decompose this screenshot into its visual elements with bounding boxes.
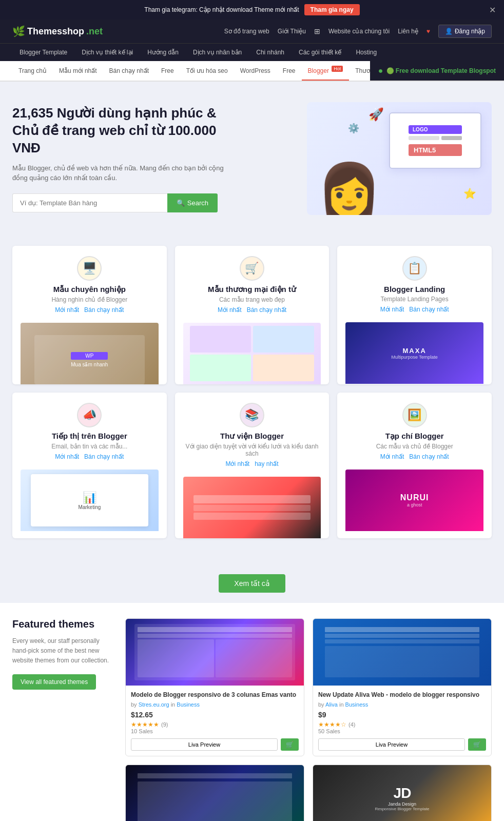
theme-card-janda: JD Janda Design Responsive Blogger Templ…: [313, 765, 492, 821]
preview-button-0[interactable]: Liva Preview: [131, 738, 278, 751]
main-nav: Blogger Template Dịch vụ thiết kế lại Hư…: [0, 43, 504, 61]
grid-icon: ⊞: [314, 27, 320, 35]
nav-sitemap[interactable]: Sơ đồ trang web: [224, 28, 269, 35]
preview-button-1[interactable]: Liva Preview: [318, 738, 465, 751]
cat-link-bestseller-5[interactable]: Bán chạy nhất: [409, 453, 449, 460]
category-card-marketing: 📣 Tiếp thị trên Blogger Email, bản tin v…: [12, 393, 167, 538]
hot-badge: Hot: [332, 66, 343, 72]
view-all-button[interactable]: Xem tất cả: [219, 574, 285, 593]
cat-icon-marketing: 📣: [77, 403, 102, 427]
subnav-blogger[interactable]: Blogger Hot: [302, 61, 350, 81]
theme-footer-1: Liva Preview 🛒: [318, 738, 486, 751]
hero-rocket-icon: 🚀: [369, 107, 384, 122]
subnav-bestseller[interactable]: Bán chạy nhất: [103, 62, 155, 80]
hero-screen-mockup: LOGO HTML5: [389, 112, 481, 169]
cat-image-ecommerce: [183, 323, 321, 384]
close-icon[interactable]: ✕: [489, 5, 496, 15]
subnav-wordpress[interactable]: WordPress: [234, 62, 277, 80]
header-nav: Sơ đồ trang web Giới Thiệu ⊞ Website của…: [224, 25, 492, 38]
nav-affiliate[interactable]: Chi nhánh: [249, 44, 292, 61]
sub-nav: Trang chủ Mẫu mới nhất Bán chạy nhất Fre…: [0, 61, 504, 82]
nav-contact[interactable]: Liên hệ: [398, 28, 418, 35]
cat-icon-library: 📚: [240, 403, 264, 427]
cat-links-1: Mới nhất Bán chạy nhất: [218, 306, 286, 314]
cat-link-bestseller-0[interactable]: Bán chạy nhất: [84, 306, 124, 314]
theme-price-1: $9: [318, 711, 486, 719]
nav-hosting[interactable]: Hosting: [348, 44, 384, 61]
subnav-free2[interactable]: Free: [277, 62, 302, 80]
nav-blogger-template[interactable]: Blogger Template: [12, 44, 74, 61]
green-dot-icon: ●: [378, 66, 383, 75]
subnav-home[interactable]: Trang chủ: [12, 62, 53, 80]
cat-image-landing: MAXA Multipurpose Template: [345, 322, 483, 384]
theme-image-janda: JD Janda Design Responsive Blogger Templ…: [313, 765, 491, 821]
cat-icon-professional: 🖥️: [77, 256, 102, 281]
logo[interactable]: 🌿 Themesshop .net: [12, 25, 103, 37]
cat-link-newest-5[interactable]: Mới nhất: [380, 453, 404, 460]
nav-redesign[interactable]: Dịch vụ thiết kế lại: [74, 44, 140, 61]
logo-leaf-icon: 🌿: [12, 25, 25, 37]
cat-links-5: Mới nhất Bán chạy nhất: [380, 453, 449, 460]
cat-link-newest-1[interactable]: Mới nhất: [218, 306, 242, 314]
hero-title: 21,635 Người dùng hạnh phúc & Chủ đề tra…: [12, 105, 228, 157]
cat-title-3: Tiếp thị trên Blogger: [52, 432, 127, 441]
free-download-button[interactable]: ● 🟢 Free download Template Blogspot: [370, 61, 504, 81]
nav-website[interactable]: Website của chúng tôi: [328, 28, 390, 35]
cat-subtitle-3: Email, bản tin và các mẫu...: [51, 443, 127, 450]
cat-link-newest-3[interactable]: Mới nhất: [55, 453, 79, 460]
view-featured-button[interactable]: View all featured themes: [12, 674, 96, 690]
cat-links-0: Mới nhất Bán chạy nhất: [55, 306, 124, 314]
cat-link-bestseller-4[interactable]: hay nhất: [255, 460, 278, 467]
featured-section: Featured themes Every week, our staff pe…: [0, 603, 504, 821]
search-input[interactable]: [12, 193, 167, 212]
theme-stars-0: ★★★★★ (9): [131, 721, 299, 728]
hero-star-icon: ⭐: [463, 187, 476, 200]
cat-image-professional: WP Mua sắm nhanh: [21, 323, 159, 384]
main-header: 🌿 Themesshop .net Sơ đồ trang web Giới T…: [0, 19, 504, 43]
theme-author-0: by Stres.eu.org in Business: [131, 701, 299, 708]
cat-link-bestseller-3[interactable]: Bán chạy nhất: [84, 453, 124, 460]
nav-packages[interactable]: Các gói thiết kế: [292, 44, 348, 61]
cart-button-0[interactable]: 🛒: [281, 738, 299, 751]
nav-clone[interactable]: Dịch vụ nhân bản: [186, 44, 249, 61]
cat-image-magazine: NURUI a ghost: [345, 470, 483, 531]
user-icon: 👤: [445, 28, 453, 35]
nav-about[interactable]: Giới Thiệu: [278, 28, 306, 35]
cart-button-1[interactable]: 🛒: [468, 738, 486, 751]
login-button[interactable]: 👤 Đăng nhập: [438, 25, 492, 38]
cat-links-3: Mới nhất Bán chạy nhất: [55, 453, 124, 460]
cat-title-1: Mẫu thương mại điện tử: [208, 285, 296, 294]
cat-image-library: [183, 477, 321, 538]
featured-inner: Featured themes Every week, our staff pe…: [12, 618, 492, 821]
announcement-cta[interactable]: Tham gia ngay: [304, 4, 360, 15]
subnav-free1[interactable]: Free: [155, 62, 180, 80]
cat-link-newest-0[interactable]: Mới nhất: [55, 306, 79, 314]
hero-gear-icon: ⚙️: [348, 123, 359, 134]
cat-subtitle-5: Các mẫu và chủ đề Blogger: [376, 443, 453, 450]
theme-sales-0: 10 Sales: [131, 728, 299, 734]
cat-link-newest-2[interactable]: Mới nhất: [380, 306, 404, 313]
subnav-newest[interactable]: Mẫu mới nhất: [53, 62, 103, 80]
theme-card-emasvanto: Modelo de Blogger responsivo de 3 coluna…: [125, 618, 304, 756]
hero-woman-figure: 👩: [317, 164, 381, 215]
nav-guide[interactable]: Hướng dẫn: [140, 44, 186, 61]
cat-subtitle-4: Với giao diện tuyệt vời với kiểu lưới và…: [183, 443, 321, 457]
cat-link-bestseller-2[interactable]: Bán chạy nhất: [409, 306, 449, 313]
featured-left: Featured themes Every week, our staff pe…: [12, 618, 115, 690]
cat-title-5: Tạp chí Blogger: [385, 432, 444, 441]
cat-icon-ecommerce: 🛒: [240, 256, 264, 281]
cat-title-0: Mẫu chuyên nghiệp: [53, 285, 126, 294]
heart-icon: ♥: [427, 28, 430, 35]
cat-subtitle-2: Template Landing Pages: [381, 296, 449, 303]
category-card-library: 📚 Thư viện Blogger Với giao diện tuyệt v…: [175, 393, 329, 538]
cat-subtitle-0: Hàng nghìn chủ đề Blogger: [51, 296, 127, 303]
cat-subtitle-1: Các mẫu trang web đẹp: [219, 296, 285, 303]
hero-design-elements: LOGO HTML5: [389, 112, 481, 169]
category-grid: 🖥️ Mẫu chuyên nghiệp Hàng nghìn chủ đề B…: [12, 246, 492, 538]
search-button[interactable]: 🔍 Search: [167, 193, 218, 212]
view-all-section: Xem tất cả: [0, 559, 504, 603]
cat-link-bestseller-1[interactable]: Bán chạy nhất: [247, 306, 286, 314]
cat-link-newest-4[interactable]: Mới nhất: [225, 460, 249, 467]
subnav-seo[interactable]: Tối ưu hóa seo: [180, 62, 234, 80]
cat-image-marketing: 📊 Marketing: [21, 470, 159, 531]
